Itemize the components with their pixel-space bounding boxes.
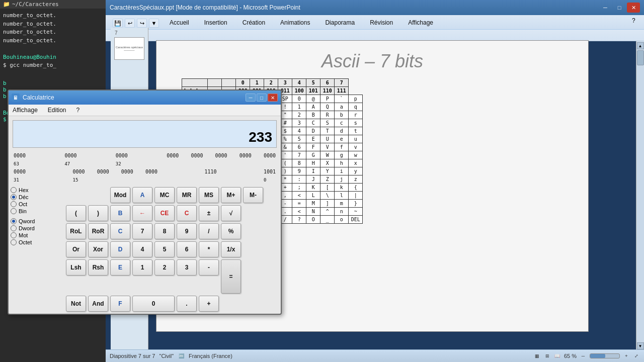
btn-mminus[interactable]: M-: [243, 187, 263, 203]
radio-bin[interactable]: Bin: [11, 208, 64, 214]
slide-thumbnail[interactable]: Caractères spéciaux─────: [114, 37, 144, 60]
view-sort-icon[interactable]: ⊞: [544, 352, 551, 359]
fullscreen-icon[interactable]: ⤢: [633, 352, 640, 359]
btn-0[interactable]: 0: [132, 296, 175, 312]
btn-plusminus[interactable]: ±: [199, 205, 219, 221]
radio-dec[interactable]: Déc: [11, 194, 64, 200]
btn-plus[interactable]: +: [199, 296, 219, 312]
btn-1[interactable]: 1: [132, 259, 152, 276]
ppt-scrollbar-right[interactable]: ▲ ▼: [636, 41, 644, 349]
radio-oct[interactable]: Oct: [11, 201, 64, 207]
btn-E[interactable]: E: [110, 259, 130, 276]
btn-back[interactable]: ←: [132, 205, 152, 221]
ascii-cell: o: [335, 216, 349, 224]
save-quick-btn[interactable]: 💾: [113, 19, 123, 28]
btn-mul[interactable]: *: [199, 241, 219, 257]
tab-affichage[interactable]: Affichage: [400, 17, 441, 29]
btn-mplus[interactable]: M+: [221, 187, 241, 203]
btn-8[interactable]: 8: [154, 223, 175, 239]
view-normal-icon[interactable]: ▦: [534, 352, 541, 359]
btn-lparen[interactable]: (: [66, 205, 86, 221]
btn-mod[interactable]: Mod: [110, 187, 130, 203]
btn-7[interactable]: 7: [132, 223, 152, 239]
radio-qword[interactable]: Qword: [11, 218, 64, 224]
btn-percent[interactable]: %: [221, 223, 241, 239]
calc-close-btn[interactable]: ✕: [268, 94, 278, 102]
tab-animations[interactable]: Animations: [273, 17, 317, 29]
btn-xor[interactable]: Xor: [88, 241, 108, 257]
btn-ror[interactable]: RoR: [88, 223, 108, 239]
btn-lsh[interactable]: Lsh: [66, 259, 86, 276]
tab-insertion[interactable]: Insertion: [197, 17, 235, 29]
btn-minus[interactable]: -: [199, 259, 219, 276]
status-right: ▦ ⊞ 📖 65 % ─ + ⤢: [534, 352, 640, 359]
btn-or[interactable]: Or: [66, 241, 86, 257]
radio-dword[interactable]: Dword: [11, 225, 64, 231]
ascii-cell: ]: [320, 200, 335, 208]
radio-octet[interactable]: Octet: [11, 239, 64, 245]
btn-inv[interactable]: 1/x: [221, 241, 241, 257]
btn-rparen[interactable]: ): [88, 205, 108, 221]
ascii-cell: {: [349, 184, 363, 192]
btn-and[interactable]: And: [88, 296, 108, 312]
tab-diaporama[interactable]: Diaporama: [317, 17, 362, 29]
btn-mc[interactable]: MC: [154, 187, 175, 203]
btn-B[interactable]: B: [110, 205, 130, 221]
calc-minimize-btn[interactable]: ─: [246, 94, 256, 102]
menu-help[interactable]: ?: [74, 106, 82, 115]
tab-creation[interactable]: Création: [235, 17, 273, 29]
redo-quick-btn[interactable]: ↪: [137, 19, 147, 28]
menu-affichage[interactable]: Affichage: [11, 106, 40, 115]
btn-D[interactable]: D: [110, 241, 130, 257]
ppt-close-btn[interactable]: ✕: [627, 3, 640, 13]
btn-equals[interactable]: =: [221, 259, 241, 294]
ascii-cell: I: [306, 167, 320, 175]
zoom-in-icon[interactable]: +: [623, 352, 630, 359]
radio-hex[interactable]: Hex: [11, 187, 64, 193]
btn-9[interactable]: 9: [177, 223, 197, 239]
btn-ms[interactable]: MS: [199, 187, 219, 203]
btn-mr[interactable]: MR: [177, 187, 197, 203]
ascii-col-subheader: 111: [335, 87, 349, 95]
btn-F[interactable]: F: [110, 296, 130, 312]
ppt-maximize-btn[interactable]: □: [613, 3, 626, 13]
btn-div[interactable]: /: [199, 223, 219, 239]
btn-6[interactable]: 6: [177, 241, 197, 257]
btn-5[interactable]: 5: [154, 241, 175, 257]
btn-A[interactable]: A: [132, 187, 152, 203]
radio-mot[interactable]: Mot: [11, 232, 64, 238]
view-read-icon[interactable]: 📖: [554, 352, 561, 359]
btn-c[interactable]: C: [177, 205, 197, 221]
ppt-minimize-btn[interactable]: ─: [599, 3, 612, 13]
ascii-cell: L: [306, 192, 320, 200]
tab-accueil[interactable]: Accueil: [162, 17, 197, 29]
zoom-slider[interactable]: [590, 353, 620, 358]
btn-sqrt[interactable]: √: [221, 205, 241, 221]
menu-edition[interactable]: Edition: [46, 106, 68, 115]
btn-dot[interactable]: .: [177, 296, 197, 312]
ascii-cell: N: [306, 208, 320, 216]
ascii-col-subheader: 100: [292, 87, 306, 95]
ascii-cell: U: [320, 135, 335, 143]
zoom-out-icon[interactable]: ─: [580, 352, 587, 359]
btn-C[interactable]: C: [110, 223, 130, 239]
more-quick-btn[interactable]: ▼: [149, 19, 159, 28]
ascii-cell: m: [335, 200, 349, 208]
ascii-cell: x: [349, 159, 363, 167]
btn-2[interactable]: 2: [154, 259, 175, 276]
ascii-col-subheader: 110: [320, 87, 335, 95]
btn-3[interactable]: 3: [177, 259, 197, 276]
calc-right-panel: Mod A MC MR MS M+ M- ( ) B ← CE C ± √: [66, 187, 279, 314]
calc-maximize-btn[interactable]: □: [257, 94, 267, 102]
undo-quick-btn[interactable]: ↩: [125, 19, 135, 28]
scroll-up-arrow[interactable]: ▲: [637, 42, 644, 49]
btn-not[interactable]: Not: [66, 296, 86, 312]
btn-rsh[interactable]: Rsh: [88, 259, 108, 276]
btn-ce[interactable]: CE: [154, 205, 175, 221]
btn-4[interactable]: 4: [132, 241, 152, 257]
ppt-help-btn[interactable]: ?: [632, 17, 640, 29]
scrollbar-thumb[interactable]: [637, 50, 644, 65]
scroll-down-arrow[interactable]: ▼: [637, 342, 644, 349]
btn-rol[interactable]: RoL: [66, 223, 86, 239]
tab-revision[interactable]: Révision: [362, 17, 400, 29]
